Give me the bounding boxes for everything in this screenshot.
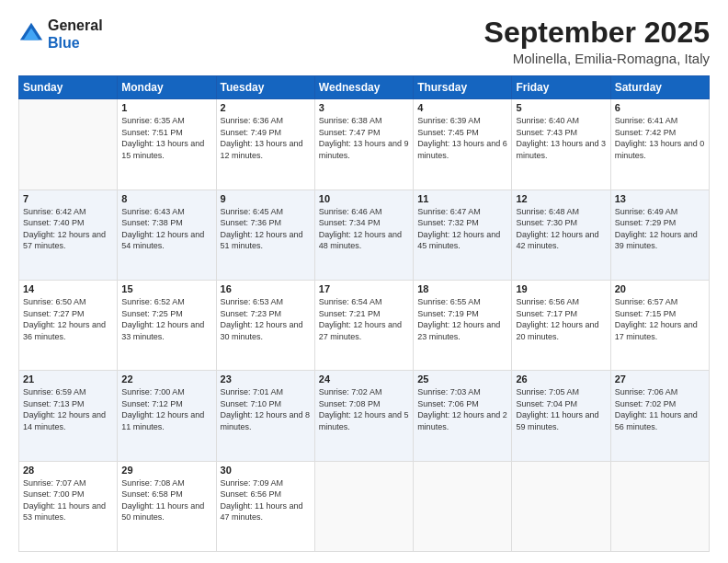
calendar-cell — [19, 99, 118, 190]
daylight-text: Daylight: 12 hours and 8 minutes. — [221, 409, 311, 432]
cell-info: Sunrise: 6:59 AM Sunset: 7:13 PM Dayligh… — [23, 386, 113, 432]
sunrise-text: Sunrise: 7:05 AM — [516, 386, 606, 398]
daylight-text: Daylight: 12 hours and 51 minutes. — [221, 229, 311, 252]
cell-info: Sunrise: 6:38 AM Sunset: 7:47 PM Dayligh… — [319, 115, 409, 161]
day-number: 29 — [121, 465, 211, 476]
daylight-text: Daylight: 12 hours and 11 minutes. — [121, 409, 211, 432]
day-number: 23 — [221, 373, 311, 385]
sunrise-text: Sunrise: 6:45 AM — [221, 206, 311, 218]
calendar-cell: 17 Sunrise: 6:54 AM Sunset: 7:21 PM Dayl… — [314, 280, 413, 370]
calendar-cell: 23 Sunrise: 7:01 AM Sunset: 7:10 PM Dayl… — [216, 371, 314, 461]
location-title: Molinella, Emilia-Romagna, Italy — [484, 51, 710, 66]
daylight-text: Daylight: 12 hours and 17 minutes. — [615, 319, 705, 342]
sunset-text: Sunset: 7:12 PM — [121, 398, 211, 410]
sunset-text: Sunset: 7:38 PM — [121, 217, 211, 229]
day-number: 27 — [615, 373, 705, 385]
calendar-week-row: 21 Sunrise: 6:59 AM Sunset: 7:13 PM Dayl… — [19, 371, 710, 461]
sunset-text: Sunset: 6:58 PM — [121, 488, 211, 500]
day-number: 25 — [417, 373, 507, 385]
sunset-text: Sunset: 7:19 PM — [417, 308, 507, 320]
sunrise-text: Sunrise: 6:48 AM — [516, 206, 606, 218]
cell-info: Sunrise: 6:40 AM Sunset: 7:43 PM Dayligh… — [516, 115, 606, 161]
day-number: 20 — [615, 283, 705, 294]
calendar-cell: 19 Sunrise: 6:56 AM Sunset: 7:17 PM Dayl… — [512, 280, 610, 370]
day-number: 4 — [417, 102, 507, 113]
calendar-table: SundayMondayTuesdayWednesdayThursdayFrid… — [18, 75, 710, 552]
daylight-text: Daylight: 12 hours and 57 minutes. — [23, 229, 113, 252]
cell-info: Sunrise: 6:52 AM Sunset: 7:25 PM Dayligh… — [121, 296, 211, 342]
sunrise-text: Sunrise: 6:43 AM — [121, 206, 211, 218]
sunset-text: Sunset: 7:06 PM — [417, 398, 507, 410]
logo-icon — [18, 21, 44, 47]
day-number: 3 — [319, 102, 409, 113]
daylight-text: Daylight: 12 hours and 48 minutes. — [319, 229, 409, 252]
sunrise-text: Sunrise: 6:57 AM — [615, 296, 705, 308]
calendar-cell: 28 Sunrise: 7:07 AM Sunset: 7:00 PM Dayl… — [19, 461, 118, 551]
page: General Blue September 2025 Molinella, E… — [0, 0, 728, 563]
day-number: 5 — [516, 102, 606, 113]
cell-info: Sunrise: 7:07 AM Sunset: 7:00 PM Dayligh… — [23, 477, 113, 523]
cell-info: Sunrise: 6:42 AM Sunset: 7:40 PM Dayligh… — [23, 206, 113, 252]
day-number: 12 — [516, 193, 606, 204]
sunrise-text: Sunrise: 6:49 AM — [615, 206, 705, 218]
cell-info: Sunrise: 6:46 AM Sunset: 7:34 PM Dayligh… — [319, 206, 409, 252]
cell-info: Sunrise: 7:01 AM Sunset: 7:10 PM Dayligh… — [221, 386, 311, 432]
daylight-text: Daylight: 13 hours and 3 minutes. — [516, 138, 606, 161]
calendar-cell: 20 Sunrise: 6:57 AM Sunset: 7:15 PM Dayl… — [610, 280, 709, 370]
sunset-text: Sunset: 7:34 PM — [319, 217, 409, 229]
day-number: 14 — [23, 283, 113, 294]
daylight-text: Daylight: 12 hours and 39 minutes. — [615, 229, 705, 252]
sunrise-text: Sunrise: 7:09 AM — [221, 477, 311, 489]
calendar-cell: 5 Sunrise: 6:40 AM Sunset: 7:43 PM Dayli… — [512, 99, 610, 190]
sunrise-text: Sunrise: 6:59 AM — [23, 386, 113, 398]
day-number: 9 — [221, 193, 311, 204]
sunrise-text: Sunrise: 6:38 AM — [319, 115, 409, 127]
sunset-text: Sunset: 7:25 PM — [121, 308, 211, 320]
sunset-text: Sunset: 7:43 PM — [516, 127, 606, 139]
daylight-text: Daylight: 12 hours and 30 minutes. — [221, 319, 311, 342]
calendar-day-header: Monday — [118, 76, 216, 99]
sunset-text: Sunset: 7:21 PM — [319, 308, 409, 320]
calendar-day-header: Friday — [512, 76, 610, 99]
calendar-day-header: Saturday — [610, 76, 709, 99]
cell-info: Sunrise: 6:41 AM Sunset: 7:42 PM Dayligh… — [615, 115, 705, 161]
day-number: 26 — [516, 373, 606, 385]
calendar-day-header: Sunday — [19, 76, 118, 99]
daylight-text: Daylight: 13 hours and 6 minutes. — [417, 138, 507, 161]
day-number: 24 — [319, 373, 409, 385]
sunrise-text: Sunrise: 6:42 AM — [23, 206, 113, 218]
calendar-cell: 7 Sunrise: 6:42 AM Sunset: 7:40 PM Dayli… — [19, 190, 118, 280]
sunrise-text: Sunrise: 6:50 AM — [23, 296, 113, 308]
day-number: 13 — [615, 193, 705, 204]
sunrise-text: Sunrise: 6:47 AM — [417, 206, 507, 218]
sunset-text: Sunset: 7:51 PM — [121, 127, 211, 139]
daylight-text: Daylight: 12 hours and 33 minutes. — [121, 319, 211, 342]
sunset-text: Sunset: 7:29 PM — [615, 217, 705, 229]
logo: General Blue — [18, 17, 103, 52]
daylight-text: Daylight: 13 hours and 9 minutes. — [319, 138, 409, 161]
sunrise-text: Sunrise: 6:55 AM — [417, 296, 507, 308]
daylight-text: Daylight: 13 hours and 15 minutes. — [121, 138, 211, 161]
sunset-text: Sunset: 7:45 PM — [417, 127, 507, 139]
sunset-text: Sunset: 7:13 PM — [23, 398, 113, 410]
calendar-cell: 6 Sunrise: 6:41 AM Sunset: 7:42 PM Dayli… — [610, 99, 709, 190]
sunset-text: Sunset: 7:00 PM — [23, 488, 113, 500]
sunrise-text: Sunrise: 6:36 AM — [221, 115, 311, 127]
calendar-cell — [512, 461, 610, 551]
calendar-cell: 9 Sunrise: 6:45 AM Sunset: 7:36 PM Dayli… — [216, 190, 314, 280]
day-number: 28 — [23, 465, 113, 476]
calendar-cell: 27 Sunrise: 7:06 AM Sunset: 7:02 PM Dayl… — [610, 371, 709, 461]
cell-info: Sunrise: 6:54 AM Sunset: 7:21 PM Dayligh… — [319, 296, 409, 342]
day-number: 7 — [23, 193, 113, 204]
cell-info: Sunrise: 6:56 AM Sunset: 7:17 PM Dayligh… — [516, 296, 606, 342]
calendar-day-header: Thursday — [414, 76, 512, 99]
header: General Blue September 2025 Molinella, E… — [18, 17, 710, 66]
daylight-text: Daylight: 11 hours and 53 minutes. — [23, 500, 113, 523]
cell-info: Sunrise: 6:50 AM Sunset: 7:27 PM Dayligh… — [23, 296, 113, 342]
sunset-text: Sunset: 7:23 PM — [221, 308, 311, 320]
sunrise-text: Sunrise: 7:03 AM — [417, 386, 507, 398]
day-number: 21 — [23, 373, 113, 385]
sunset-text: Sunset: 7:04 PM — [516, 398, 606, 410]
sunrise-text: Sunrise: 6:41 AM — [615, 115, 705, 127]
calendar-cell: 25 Sunrise: 7:03 AM Sunset: 7:06 PM Dayl… — [414, 371, 512, 461]
